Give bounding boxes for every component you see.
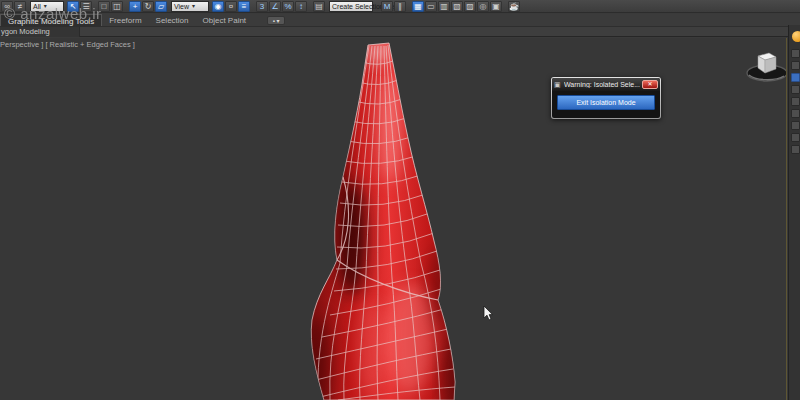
select-object-icon[interactable]: ↖ [67, 1, 79, 12]
command-panel-button[interactable] [791, 145, 800, 154]
exit-isolation-mode-button[interactable]: Exit Isolation Mode [557, 95, 655, 110]
close-icon[interactable]: ✕ [642, 80, 658, 89]
ribbon-tab-bar: Graphite Modeling Tools Freeform Selecti… [0, 14, 800, 27]
angle-snap-icon[interactable]: ∠ [269, 1, 281, 12]
material-editor-icon[interactable]: ◎ [477, 1, 489, 12]
render-production-icon[interactable]: ☕ [508, 1, 520, 12]
select-and-manipulate-icon[interactable]: ¤ [225, 1, 237, 12]
ribbon-minimize-icon[interactable]: ▪ ▾ [267, 16, 285, 25]
command-panel-button[interactable] [791, 133, 800, 142]
rectangular-selection-region-icon[interactable]: □ [98, 1, 110, 12]
command-panel-button[interactable] [791, 61, 800, 70]
viewcube[interactable] [744, 46, 787, 90]
app-window: ∞ ≠ All ▾ ↖ ☰ □ ◫ + ↻ ▱ View ▾ ◉ ¤ ≡ 3 ∠… [0, 0, 800, 400]
main-toolbar: ∞ ≠ All ▾ ↖ ☰ □ ◫ + ↻ ▱ View ▾ ◉ ¤ ≡ 3 ∠… [0, 0, 800, 13]
use-pivot-point-center-icon[interactable]: ◉ [212, 1, 224, 12]
tab-freeform[interactable]: Freeform [102, 14, 148, 26]
selection-filter-value: All [33, 2, 41, 11]
ribbon-panel-strip: ygon Modeling [0, 27, 800, 37]
panel-polygon-modeling[interactable]: ygon Modeling [0, 27, 80, 37]
graphite-ribbon-toggle-icon[interactable]: ▭ [425, 1, 437, 12]
render-setup-icon[interactable]: ▣ [490, 1, 502, 12]
command-panel-sliver[interactable] [788, 25, 800, 400]
select-by-name-icon[interactable]: ☰ [80, 1, 92, 12]
select-and-rotate-icon[interactable]: ↻ [142, 1, 154, 12]
window-crossing-icon[interactable]: ◫ [111, 1, 123, 12]
spinner-snap-icon[interactable]: ↕ [295, 1, 307, 12]
curve-editor-icon[interactable]: ▧ [451, 1, 463, 12]
scene-explorer-icon[interactable]: ▥ [438, 1, 450, 12]
dialog-frame: ▣ Warning: Isolated Sele... ✕ Exit Isola… [552, 78, 660, 118]
command-panel-button[interactable] [791, 85, 800, 94]
selection-filter-dropdown[interactable]: All ▾ [30, 1, 64, 12]
unlink-selection-icon[interactable]: ≠ [14, 1, 26, 12]
model-3d-twisted-spire[interactable] [0, 38, 787, 400]
command-panel-button[interactable] [791, 49, 800, 58]
named-selection-set-dropdown[interactable]: Create Selection Se ▾ [329, 1, 373, 12]
align-icon[interactable]: ∥ [394, 1, 406, 12]
dialog-title-bar[interactable]: ▣ Warning: Isolated Sele... ✕ [552, 78, 660, 91]
dialog-body: Exit Isolation Mode [552, 91, 660, 114]
tab-graphite-modeling-tools[interactable]: Graphite Modeling Tools [0, 14, 102, 26]
dialog-title-text: Warning: Isolated Sele... [564, 81, 642, 88]
chevron-down-icon: ▾ [192, 2, 195, 11]
mirror-icon[interactable]: M [381, 1, 393, 12]
edit-named-selection-sets-icon[interactable]: ▤ [313, 1, 325, 12]
reference-coordinate-dropdown[interactable]: View ▾ [171, 1, 209, 12]
layer-manager-icon[interactable]: ▦ [412, 1, 424, 12]
chevron-down-icon: ▾ [44, 2, 47, 11]
perspective-viewport[interactable]: Perspective ] [ Realistic + Edged Faces … [0, 38, 787, 400]
coord-system-value: View [174, 2, 189, 11]
command-panel-orb-icon[interactable] [792, 31, 800, 42]
command-panel-button-selected[interactable] [791, 73, 800, 82]
command-panel-button[interactable] [791, 97, 800, 106]
keyboard-shortcut-override-icon[interactable]: ≡ [238, 1, 250, 12]
select-and-scale-icon[interactable]: ▱ [155, 1, 167, 12]
select-and-link-icon[interactable]: ∞ [1, 1, 13, 12]
mouse-cursor [483, 306, 494, 322]
dialog-window-icon: ▣ [554, 81, 562, 89]
schematic-view-icon[interactable]: ▨ [464, 1, 476, 12]
viewcube-cube[interactable] [758, 53, 776, 73]
select-and-move-icon[interactable]: + [129, 1, 141, 12]
isolation-warning-dialog[interactable]: ▣ Warning: Isolated Sele... ✕ Exit Isola… [551, 77, 661, 119]
tab-selection[interactable]: Selection [149, 14, 196, 26]
tab-object-paint[interactable]: Object Paint [196, 14, 254, 26]
snaps-toggle-3d-icon[interactable]: 3 [256, 1, 268, 12]
percent-snap-icon[interactable]: % [282, 1, 294, 12]
command-panel-button[interactable] [791, 109, 800, 118]
command-panel-button[interactable] [791, 121, 800, 130]
